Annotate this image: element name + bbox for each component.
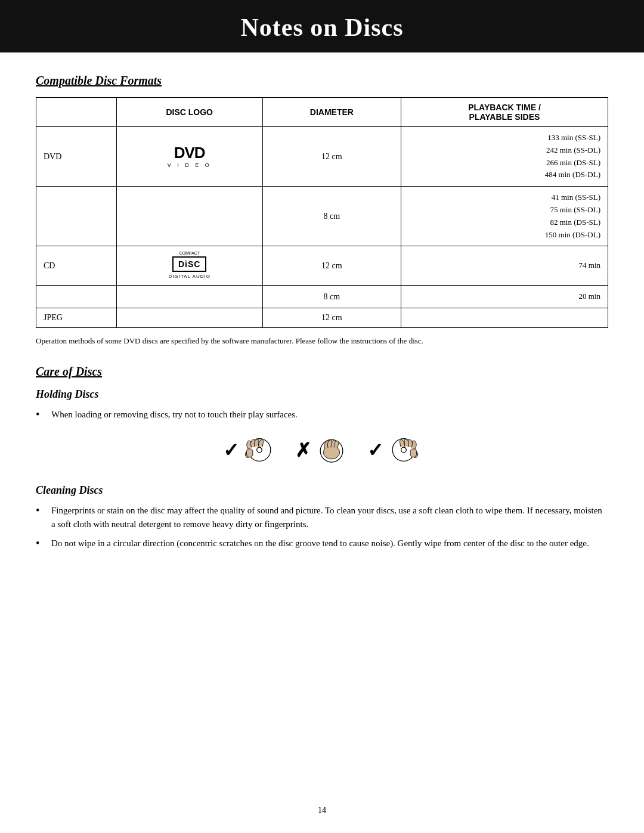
hand-correct-1-icon (242, 433, 277, 466)
check-mark-1: ✓ (223, 439, 239, 462)
cd-logo: COMPACT DiSC DIGITAL AUDIO (169, 251, 210, 279)
cleaning-bullet-2: Do not wipe in a circular direction (con… (51, 537, 589, 550)
svg-rect-2 (246, 449, 252, 457)
list-item: • Fingerprints or stain on the disc may … (36, 504, 608, 531)
cd-logo-inner: DiSC (172, 256, 206, 272)
col-header-logo: DISC LOGO (116, 98, 262, 127)
svg-point-7 (401, 447, 406, 453)
disc-type-cd: CD (36, 246, 117, 286)
hand-correct-2-icon (386, 433, 422, 466)
list-item: • Do not wipe in a circular direction (c… (36, 537, 608, 550)
cd-diameter-8: 8 cm (262, 286, 401, 308)
jpeg-diameter: 12 cm (262, 308, 401, 328)
disc-type-empty-2 (36, 286, 117, 308)
page-number: 14 (0, 806, 644, 815)
svg-rect-8 (410, 449, 416, 457)
cross-mark: ✗ (295, 439, 311, 462)
hand-item-incorrect: ✗ (295, 433, 349, 466)
cleaning-discs-title: Cleaning Discs (36, 484, 608, 497)
page-title: Notes on Discs (0, 13, 644, 42)
jpeg-times (401, 308, 608, 328)
jpeg-logo-cell (116, 308, 262, 328)
disc-type-empty-1 (36, 187, 117, 246)
dvd-logo: DVD V I D E O (168, 144, 212, 168)
disc-type-jpeg: JPEG (36, 308, 117, 328)
cleaning-bullet-1: Fingerprints or stain on the disc may af… (51, 504, 608, 531)
table-row: CD COMPACT DiSC DIGITAL AUDIO 12 cm 74 m… (36, 246, 608, 286)
cd-diameter-12: 12 cm (262, 246, 401, 286)
cd-digital-audio-label: DIGITAL AUDIO (169, 274, 210, 279)
care-of-discs-section: Care of Discs Holding Discs • When loadi… (36, 365, 608, 551)
cd-logo-cell: COMPACT DiSC DIGITAL AUDIO (116, 246, 262, 286)
hand-item-correct-1: ✓ (223, 433, 277, 466)
list-item: • When loading or removing discs, try no… (36, 408, 608, 422)
cd-logo-text: DiSC (178, 259, 200, 269)
bullet-dot: • (36, 537, 48, 550)
table-row: 8 cm 20 min (36, 286, 608, 308)
compatible-disc-formats-section: Compatible Disc Formats DISC LOGO DIAMET… (36, 74, 608, 347)
page-header: Notes on Discs (0, 0, 644, 52)
disc-type-dvd: DVD (36, 127, 117, 187)
hand-diagram: ✓ (36, 433, 608, 466)
compatible-disc-formats-title: Compatible Disc Formats (36, 74, 608, 88)
dvd-logo-text: DVD (168, 144, 212, 162)
dvd-logo-sub: V I D E O (168, 162, 212, 168)
holding-discs-title: Holding Discs (36, 388, 608, 401)
cleaning-discs-section: Cleaning Discs • Fingerprints or stain o… (36, 484, 608, 550)
cd-times-12: 74 min (401, 246, 608, 286)
disc-formats-table: DISC LOGO DIAMETER PLAYBACK TIME /PLAYAB… (36, 97, 608, 328)
table-row: JPEG 12 cm (36, 308, 608, 328)
logo-empty-2 (116, 286, 262, 308)
svg-point-1 (256, 447, 262, 453)
page-content: Compatible Disc Formats DISC LOGO DIAMET… (0, 74, 644, 550)
col-header-label (36, 98, 117, 127)
dvd-logo-cell: DVD V I D E O (116, 127, 262, 187)
bullet-dot: • (36, 408, 48, 422)
cd-compact-label: COMPACT (169, 251, 210, 255)
dvd-times-12: 133 min (SS-SL) 242 min (SS-DL) 266 min … (401, 127, 608, 187)
table-row: DVD DVD V I D E O 12 cm 133 min (SS-SL) … (36, 127, 608, 187)
dvd-diameter-12: 12 cm (262, 127, 401, 187)
table-header-row: DISC LOGO DIAMETER PLAYBACK TIME /PLAYAB… (36, 98, 608, 127)
table-row: 8 cm 41 min (SS-SL) 75 min (SS-DL) 82 mi… (36, 187, 608, 246)
check-mark-2: ✓ (367, 439, 383, 462)
care-of-discs-title: Care of Discs (36, 365, 608, 379)
disc-formats-footnote: Operation methods of some DVD discs are … (36, 335, 608, 347)
hand-incorrect-icon (314, 433, 349, 466)
holding-bullet-1: When loading or removing discs, try not … (51, 408, 298, 422)
bullet-dot: • (36, 504, 48, 518)
dvd-times-8: 41 min (SS-SL) 75 min (SS-DL) 82 min (DS… (401, 187, 608, 246)
cd-times-8: 20 min (401, 286, 608, 308)
holding-discs-list: • When loading or removing discs, try no… (36, 408, 608, 422)
logo-empty-1 (116, 187, 262, 246)
dvd-diameter-8: 8 cm (262, 187, 401, 246)
holding-discs-section: Holding Discs • When loading or removing… (36, 388, 608, 466)
cleaning-discs-list: • Fingerprints or stain on the disc may … (36, 504, 608, 550)
hand-item-correct-2: ✓ (367, 433, 422, 466)
col-header-playback: PLAYBACK TIME /PLAYABLE SIDES (401, 98, 608, 127)
col-header-diameter: DIAMETER (262, 98, 401, 127)
